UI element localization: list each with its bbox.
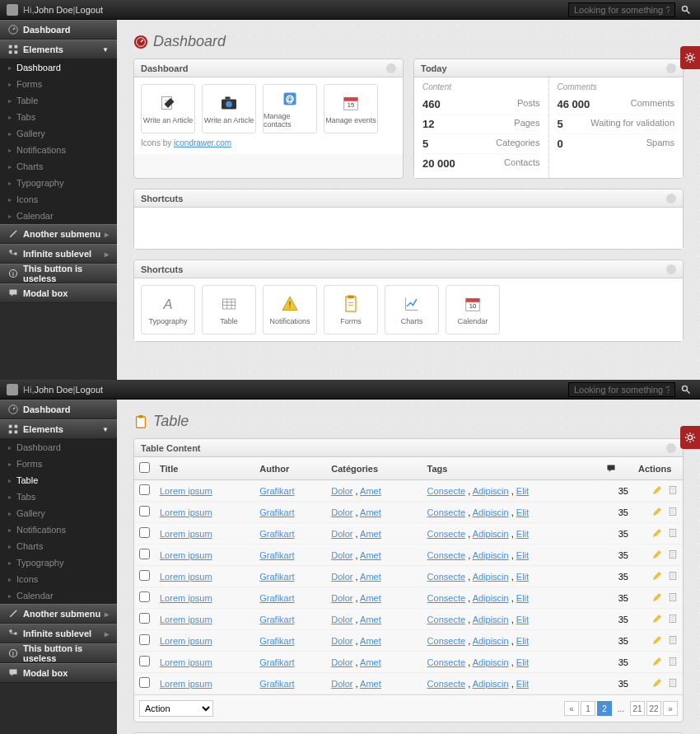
tag-link[interactable]: Elit bbox=[516, 636, 529, 646]
page-icon[interactable] bbox=[668, 528, 678, 538]
nav-elements[interactable]: Elements bbox=[0, 419, 117, 439]
nav-item-charts[interactable]: Charts bbox=[0, 158, 117, 175]
bulk-action-select[interactable]: Action bbox=[139, 700, 213, 717]
col-author[interactable]: Author bbox=[254, 457, 326, 480]
tag-link[interactable]: Adipiscin bbox=[473, 679, 509, 689]
page-«[interactable]: « bbox=[564, 701, 579, 716]
edit-icon[interactable] bbox=[652, 507, 662, 517]
nav-item-calendar[interactable]: Calendar bbox=[0, 208, 117, 224]
tag-link[interactable]: Elit bbox=[516, 657, 529, 667]
page-icon[interactable] bbox=[668, 614, 678, 624]
tag-link[interactable]: Elit bbox=[516, 593, 529, 603]
row-title-link[interactable]: Lorem ipsum bbox=[160, 529, 212, 539]
page-icon[interactable] bbox=[668, 507, 678, 517]
cat-link[interactable]: Amet bbox=[360, 636, 381, 646]
logout-link[interactable]: Logout bbox=[75, 5, 103, 15]
settings-tab[interactable] bbox=[680, 426, 700, 449]
shortcut-write-an-article[interactable]: Write an Article bbox=[141, 84, 195, 133]
row-checkbox[interactable] bbox=[139, 570, 150, 581]
cat-link[interactable]: Dolor bbox=[331, 615, 352, 624]
tag-link[interactable]: Consecte bbox=[427, 572, 465, 582]
nav-infinite-sublevel[interactable]: Infinite sublevel bbox=[0, 244, 117, 264]
tag-link[interactable]: Adipiscin bbox=[473, 615, 509, 624]
col-comments[interactable] bbox=[601, 457, 633, 480]
tag-link[interactable]: Adipiscin bbox=[473, 486, 509, 496]
cat-link[interactable]: Amet bbox=[360, 507, 381, 517]
cat-link[interactable]: Dolor bbox=[331, 572, 352, 582]
shortcut-typography[interactable]: A Typography bbox=[141, 285, 195, 334]
shortcut-write-an-article[interactable]: Write an Article bbox=[202, 84, 256, 133]
cat-link[interactable]: Dolor bbox=[331, 486, 352, 496]
shortcut-charts[interactable]: Charts bbox=[385, 285, 439, 334]
nav-item-charts[interactable]: Charts bbox=[0, 538, 117, 554]
cat-link[interactable]: Dolor bbox=[331, 550, 352, 560]
tag-link[interactable]: Adipiscin bbox=[473, 593, 509, 603]
nav-item-tabs[interactable]: Tabs bbox=[0, 109, 117, 125]
edit-icon[interactable] bbox=[652, 635, 662, 645]
nav-useless-button[interactable]: iThis button is useless bbox=[0, 643, 117, 663]
tag-link[interactable]: Adipiscin bbox=[473, 636, 509, 646]
tag-link[interactable]: Consecte bbox=[427, 657, 465, 667]
row-author-link[interactable]: Grafikart bbox=[259, 529, 294, 539]
user-name-link[interactable]: John Doe bbox=[34, 5, 72, 15]
row-checkbox[interactable] bbox=[139, 506, 150, 517]
col-title[interactable]: Title bbox=[155, 457, 254, 480]
row-checkbox[interactable] bbox=[139, 613, 150, 624]
search-button[interactable] bbox=[679, 382, 693, 397]
cat-link[interactable]: Dolor bbox=[331, 593, 352, 603]
tag-link[interactable]: Consecte bbox=[427, 507, 465, 517]
tag-link[interactable]: Elit bbox=[516, 529, 529, 539]
row-title-link[interactable]: Lorem ipsum bbox=[160, 593, 212, 603]
nav-infinite-sublevel[interactable]: Infinite sublevel bbox=[0, 624, 117, 643]
nav-item-tabs[interactable]: Tabs bbox=[0, 489, 117, 505]
row-author-link[interactable]: Grafikart bbox=[259, 550, 294, 560]
search-input[interactable] bbox=[568, 2, 675, 17]
nav-item-table[interactable]: Table bbox=[0, 92, 117, 109]
tag-link[interactable]: Adipiscin bbox=[473, 507, 509, 517]
nav-item-icons[interactable]: Icons bbox=[0, 191, 117, 208]
row-checkbox[interactable] bbox=[139, 591, 150, 602]
row-checkbox[interactable] bbox=[139, 484, 150, 495]
shortcut-manage-contacts[interactable]: @ Manage contacts bbox=[263, 84, 317, 133]
nav-item-dashboard[interactable]: Dashboard bbox=[0, 59, 117, 76]
tag-link[interactable]: Elit bbox=[516, 572, 529, 582]
row-author-link[interactable]: Grafikart bbox=[259, 615, 294, 624]
page-2[interactable]: 2 bbox=[597, 701, 612, 716]
nav-another-submenu[interactable]: Another submenu bbox=[0, 224, 117, 244]
nav-elements[interactable]: Elements bbox=[0, 40, 117, 59]
shortcut-calendar[interactable]: 10 Calendar bbox=[446, 285, 500, 334]
page-»[interactable]: » bbox=[663, 701, 678, 716]
row-author-link[interactable]: Grafikart bbox=[259, 507, 294, 517]
nav-another-submenu[interactable]: Another submenu bbox=[0, 604, 117, 624]
cat-link[interactable]: Amet bbox=[360, 657, 381, 667]
tag-link[interactable]: Consecte bbox=[427, 636, 465, 646]
page-icon[interactable] bbox=[668, 485, 678, 495]
settings-tab[interactable] bbox=[680, 46, 700, 69]
nav-item-typography[interactable]: Typography bbox=[0, 554, 117, 571]
row-author-link[interactable]: Grafikart bbox=[259, 636, 294, 646]
row-author-link[interactable]: Grafikart bbox=[259, 486, 294, 496]
edit-icon[interactable] bbox=[652, 549, 662, 559]
edit-icon[interactable] bbox=[652, 571, 662, 581]
col-tags[interactable]: Tags bbox=[422, 457, 601, 480]
tag-link[interactable]: Elit bbox=[516, 679, 529, 689]
nav-dashboard[interactable]: Dashboard bbox=[0, 400, 117, 419]
page-icon[interactable] bbox=[668, 549, 678, 559]
search-input[interactable] bbox=[568, 382, 675, 397]
search-button[interactable] bbox=[679, 2, 693, 17]
page-icon[interactable] bbox=[668, 678, 678, 688]
row-checkbox[interactable] bbox=[139, 527, 150, 538]
edit-icon[interactable] bbox=[652, 485, 662, 495]
edit-icon[interactable] bbox=[652, 614, 662, 624]
page-icon[interactable] bbox=[668, 592, 678, 602]
page-1[interactable]: 1 bbox=[581, 701, 595, 716]
row-title-link[interactable]: Lorem ipsum bbox=[160, 679, 212, 689]
nav-useless-button[interactable]: iThis button is useless bbox=[0, 264, 117, 283]
tag-link[interactable]: Adipiscin bbox=[473, 572, 509, 582]
icondrawer-link[interactable]: icondrawer.com bbox=[174, 138, 231, 147]
cat-link[interactable]: Amet bbox=[360, 572, 381, 582]
nav-item-calendar[interactable]: Calendar bbox=[0, 587, 117, 604]
edit-icon[interactable] bbox=[652, 592, 662, 602]
cat-link[interactable]: Dolor bbox=[331, 679, 352, 689]
shortcut-table[interactable]: Table bbox=[202, 285, 256, 334]
